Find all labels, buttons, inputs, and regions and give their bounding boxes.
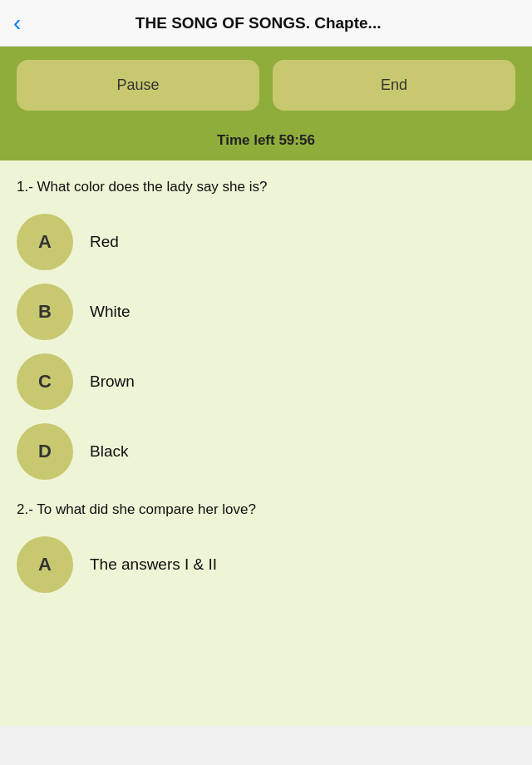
end-button[interactable]: End	[273, 60, 515, 111]
controls-area: Pause End Time left 59:56	[0, 47, 532, 160]
pause-button[interactable]: Pause	[17, 60, 259, 111]
question-2-text: 2.- To what did she compare her love?	[17, 500, 515, 520]
answer-label-q1-a: Red	[90, 233, 119, 251]
answer-option-q1-c[interactable]: C Brown	[17, 353, 515, 410]
answer-bubble-q1-c: C	[17, 353, 73, 410]
answer-label-q1-b: White	[90, 303, 131, 321]
answer-label-q1-c: Brown	[90, 373, 135, 391]
answer-bubble-q1-d: D	[17, 423, 73, 480]
answer-bubble-q1-b: B	[17, 284, 73, 340]
navigation-bar: ‹ THE SONG OF SONGS. Chapte...	[0, 0, 532, 47]
answer-option-q1-a[interactable]: A Red	[17, 214, 515, 270]
nav-title: THE SONG OF SONGS. Chapte...	[27, 14, 489, 32]
answer-option-q1-b[interactable]: B White	[17, 284, 515, 340]
answer-bubble-q2-a: A	[17, 536, 73, 593]
back-button[interactable]: ‹	[13, 12, 21, 35]
answer-option-q2-a[interactable]: A The answers I & II	[17, 536, 515, 593]
quiz-content: 1.- What color does the lady say she is?…	[0, 160, 532, 726]
timer-text: Time left 59:56	[217, 132, 315, 148]
question-1-text: 1.- What color does the lady say she is?	[17, 177, 515, 197]
answer-option-q1-d[interactable]: D Black	[17, 423, 515, 480]
answer-bubble-q1-a: A	[17, 214, 73, 270]
controls-buttons: Pause End	[17, 60, 515, 111]
answer-label-q1-d: Black	[90, 442, 128, 461]
answer-label-q2-a: The answers I & II	[90, 555, 217, 574]
timer-bar: Time left 59:56	[17, 124, 515, 160]
